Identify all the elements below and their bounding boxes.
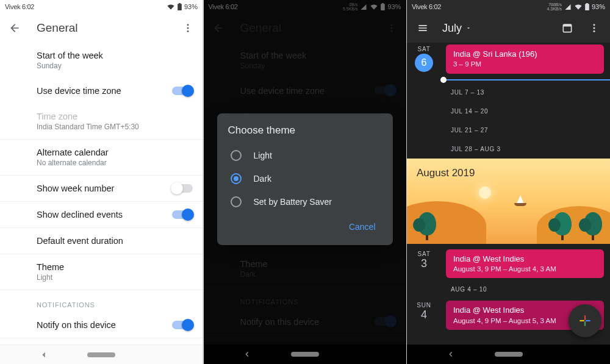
- row-show-week-number[interactable]: Show week number: [0, 176, 203, 201]
- wifi-icon: [167, 4, 175, 10]
- status-bar: Vivek 6:02 788B/s4.3KB/s 93%: [407, 0, 610, 13]
- option-label: Set by Battery Saver: [254, 197, 332, 207]
- page-title: General: [37, 21, 78, 35]
- create-event-fab[interactable]: [569, 304, 601, 337]
- nav-back-icon[interactable]: [447, 350, 455, 359]
- option-label: Dark: [254, 174, 272, 184]
- event-card[interactable]: India @ Sri Lanka (196) 3 – 9 PM: [446, 45, 604, 74]
- tree-icon: [418, 212, 436, 240]
- date-chip[interactable]: SUN 4: [407, 301, 441, 322]
- svg-point-10: [594, 30, 595, 32]
- date-chip-today[interactable]: SAT 6: [407, 45, 441, 72]
- row-notify-on-device[interactable]: Notify on this device: [0, 312, 203, 338]
- svg-point-8: [594, 24, 595, 26]
- day-number: 6: [415, 54, 433, 72]
- date-chip[interactable]: SAT 3: [407, 249, 441, 271]
- nav-back-icon[interactable]: [40, 351, 48, 359]
- event-title: India @ West Indies: [453, 254, 597, 264]
- boat-icon: [517, 195, 526, 206]
- radio-icon: [231, 196, 242, 207]
- cancel-button[interactable]: Cancel: [343, 217, 382, 237]
- nav-home-pill[interactable]: [495, 352, 523, 357]
- signal-icon: [564, 4, 572, 10]
- calendar-today-icon: [561, 22, 573, 34]
- svg-rect-7: [563, 24, 571, 26]
- week-label[interactable]: JUL 14 – 20: [407, 102, 610, 121]
- row-subtitle: No alternate calendar: [37, 159, 192, 167]
- svg-point-2: [187, 30, 189, 32]
- app-bar: General: [0, 13, 203, 43]
- row-title: Use device time zone: [37, 86, 172, 96]
- event-card[interactable]: India @ West Indies August 3, 9 PM – Aug…: [446, 249, 604, 279]
- week-label[interactable]: AUG 4 – 10: [407, 280, 610, 299]
- arrow-back-icon: [9, 22, 21, 34]
- choose-theme-dialog: Choose theme Light Dark Set by Battery S…: [217, 113, 393, 245]
- month-hero-august: August 2019: [407, 159, 610, 244]
- now-indicator: [443, 79, 610, 80]
- status-left: Vivek 6:02: [412, 3, 441, 10]
- month-label: July: [442, 22, 462, 35]
- row-time-zone: Time zone India Standard Time GMT+5:30: [0, 104, 203, 139]
- day-number: 3: [407, 257, 441, 271]
- svg-rect-14: [586, 320, 590, 321]
- option-battery-saver[interactable]: Set by Battery Saver: [228, 190, 388, 213]
- dialog-title: Choose theme: [228, 124, 388, 137]
- row-title: Theme: [37, 262, 192, 272]
- tree-icon: [584, 212, 602, 240]
- event-subtitle: August 3, 9 PM – August 4, 3 AM: [453, 265, 597, 273]
- dow: SAT: [407, 251, 441, 257]
- nav-bar: [407, 344, 610, 364]
- event-title: India @ Sri Lanka (196): [453, 49, 597, 59]
- nav-home-pill[interactable]: [291, 352, 319, 357]
- battery-icon: [178, 3, 182, 10]
- more-vert-icon: [182, 23, 193, 34]
- overflow-button[interactable]: [181, 21, 195, 35]
- phone-light-settings: Vivek 6:02 93% General Start of the week…: [0, 0, 203, 364]
- schedule-list[interactable]: SAT 6 India @ Sri Lanka (196) 3 – 9 PM J…: [407, 43, 610, 344]
- row-start-of-week[interactable]: Start of the week Sunday: [0, 43, 203, 78]
- row-title: Show week number: [37, 184, 172, 193]
- option-label: Light: [254, 151, 272, 160]
- app-bar: July: [407, 13, 610, 43]
- battery-percent: 93%: [592, 3, 605, 10]
- nav-home-pill[interactable]: [87, 352, 115, 357]
- week-label[interactable]: JUL 21 – 27: [407, 121, 610, 140]
- svg-point-0: [187, 24, 189, 26]
- row-title: Notify on this device: [37, 320, 172, 330]
- row-use-device-time-zone[interactable]: Use device time zone: [0, 78, 203, 104]
- battery-icon: [585, 3, 589, 10]
- option-dark[interactable]: Dark: [228, 167, 388, 190]
- row-title: Show declined events: [37, 210, 172, 219]
- nav-back-icon[interactable]: [243, 350, 251, 359]
- week-label[interactable]: JUL 28 – AUG 3: [407, 140, 610, 159]
- month-dropdown[interactable]: July: [442, 22, 472, 35]
- toggle-device-timezone[interactable]: [172, 87, 193, 95]
- today-button[interactable]: [560, 21, 575, 35]
- row-show-declined[interactable]: Show declined events: [0, 202, 203, 227]
- row-alternate-calendar[interactable]: Alternate calendar No alternate calendar: [0, 140, 203, 175]
- month-hero-title: August 2019: [417, 167, 475, 179]
- option-light[interactable]: Light: [228, 144, 388, 167]
- svg-rect-12: [584, 321, 586, 326]
- overflow-button[interactable]: [587, 21, 601, 35]
- row-title: Default event duration: [37, 236, 192, 246]
- toggle-week-number[interactable]: [172, 184, 193, 193]
- row-default-event-duration[interactable]: Default event duration: [0, 228, 203, 254]
- menu-button[interactable]: [415, 21, 430, 35]
- toggle-notify-device[interactable]: [172, 321, 193, 329]
- week-label[interactable]: JUL 7 – 13: [407, 83, 610, 102]
- wifi-icon: [574, 4, 583, 10]
- radio-icon: [231, 173, 242, 184]
- row-theme[interactable]: Theme Light: [0, 254, 203, 290]
- svg-rect-11: [584, 315, 586, 320]
- svg-point-9: [594, 27, 595, 29]
- toggle-declined[interactable]: [172, 210, 193, 219]
- battery-percent: 93%: [184, 3, 198, 10]
- settings-list: Start of the week Sunday Use device time…: [0, 43, 203, 364]
- net-speed: 788B/s4.3KB/s: [547, 2, 562, 11]
- back-button[interactable]: [7, 21, 22, 35]
- phone-dark-settings-dialog: Vivek 6:02 0B/s5.5KB/s 93% General Start…: [204, 0, 407, 364]
- radio-icon: [231, 150, 242, 161]
- nav-bar: [204, 344, 406, 364]
- phone-calendar-schedule: Vivek 6:02 788B/s4.3KB/s 93% July SAT: [407, 0, 610, 364]
